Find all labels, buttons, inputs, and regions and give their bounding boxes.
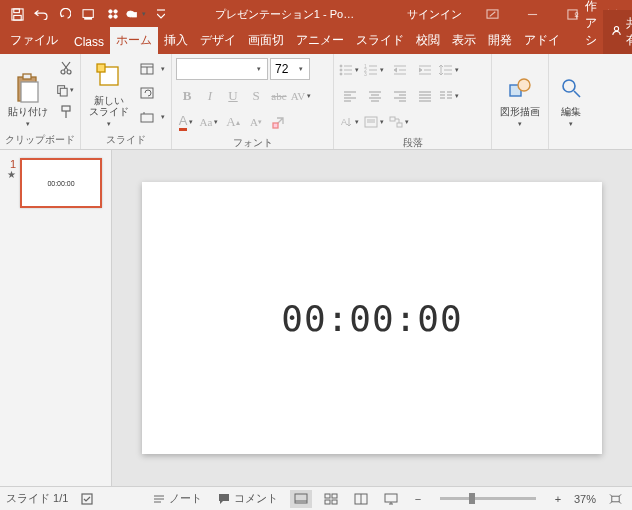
numbering-button[interactable]: 123▾: [363, 59, 387, 81]
slide-counter[interactable]: スライド 1/1: [6, 491, 68, 506]
svg-rect-1: [13, 8, 19, 12]
text-direction-button[interactable]: A▾: [338, 111, 362, 133]
qat-customize-button[interactable]: [150, 0, 172, 28]
zoom-slider[interactable]: [440, 497, 536, 500]
svg-point-42: [340, 73, 342, 75]
tab-file[interactable]: ファイル: [0, 27, 68, 54]
font-size-select[interactable]: 72▾: [270, 58, 310, 80]
bullets-button[interactable]: ▾: [338, 59, 362, 81]
align-right-button[interactable]: [388, 85, 412, 107]
group-paragraph: ▾ 123▾ ▾ ▾ A▾ ▾ ▾ 段落: [334, 54, 492, 149]
slides-mini-buttons: ▾ ▾: [133, 56, 167, 128]
format-painter-button[interactable]: [56, 102, 76, 122]
ribbon-display-options-button[interactable]: [472, 0, 512, 28]
undo-button[interactable]: [30, 0, 52, 28]
font-name-select[interactable]: ▾: [176, 58, 268, 80]
new-slide-button[interactable]: 新しい スライド ▾: [85, 56, 133, 130]
tab-class[interactable]: Class: [68, 30, 110, 54]
clipboard-icon: [14, 72, 42, 104]
zoom-level[interactable]: 37%: [574, 493, 596, 505]
decrease-indent-button[interactable]: [388, 59, 412, 81]
align-text-button[interactable]: ▾: [363, 111, 387, 133]
tab-insert[interactable]: 挿入: [158, 27, 194, 54]
slide[interactable]: 00:00:00: [142, 182, 602, 454]
share-button[interactable]: 共有: [603, 10, 632, 54]
tell-me-search[interactable]: ♀ 操作アシ: [566, 0, 603, 54]
tab-addins[interactable]: アドイ: [518, 27, 566, 54]
slide-content-text[interactable]: 00:00:00: [281, 298, 462, 339]
svg-point-5: [109, 10, 112, 13]
redo-button[interactable]: [54, 0, 76, 28]
animation-indicator-icon[interactable]: ★: [6, 170, 16, 180]
zoom-in-button[interactable]: +: [550, 493, 566, 505]
align-left-button[interactable]: [338, 85, 362, 107]
svg-point-7: [109, 15, 112, 18]
increase-font-button[interactable]: A▴: [222, 111, 244, 133]
zoom-slider-handle[interactable]: [469, 493, 475, 504]
tab-transitions[interactable]: 画面切: [242, 27, 290, 54]
reset-button[interactable]: [137, 83, 157, 103]
comments-button[interactable]: コメント: [214, 491, 282, 506]
tab-animations[interactable]: アニメー: [290, 27, 350, 54]
fit-to-window-button[interactable]: [604, 490, 626, 508]
layout-button[interactable]: [137, 59, 157, 79]
group-drawing: 図形描画 ▾: [492, 54, 549, 149]
slide-canvas-area[interactable]: 00:00:00: [112, 150, 632, 486]
work-area: 1 ★ 00:00:00 00:00:00: [0, 150, 632, 486]
spellcheck-status[interactable]: [76, 492, 98, 506]
editing-button[interactable]: 編集 ▾: [553, 56, 589, 130]
copy-button[interactable]: ▾: [56, 80, 76, 100]
notes-button[interactable]: ノート: [149, 491, 206, 506]
svg-rect-2: [13, 15, 20, 20]
slideshow-view-button[interactable]: [380, 490, 402, 508]
clear-formatting-button[interactable]: [268, 111, 290, 133]
character-spacing-button[interactable]: AV▾: [291, 85, 313, 107]
tab-slideshow[interactable]: スライド: [350, 27, 410, 54]
bold-button[interactable]: B: [176, 85, 198, 107]
strikethrough-button[interactable]: abc: [268, 85, 290, 107]
slide-thumbnail-1[interactable]: 00:00:00: [20, 158, 102, 208]
paste-button[interactable]: 貼り付け ▾: [4, 56, 52, 130]
svg-rect-100: [332, 494, 337, 498]
minimize-button[interactable]: [512, 0, 552, 28]
svg-point-8: [114, 15, 117, 18]
tab-view[interactable]: 表示: [446, 27, 482, 54]
smartart-convert-button[interactable]: ▾: [388, 111, 412, 133]
underline-button[interactable]: U: [222, 85, 244, 107]
cut-button[interactable]: [56, 58, 76, 78]
svg-rect-19: [23, 74, 31, 79]
columns-button[interactable]: ▾: [438, 85, 462, 107]
zoom-out-button[interactable]: −: [410, 493, 426, 505]
svg-rect-26: [60, 88, 67, 96]
clipboard-mini-buttons: ▾: [52, 56, 76, 122]
shape-insert-button[interactable]: ▾: [126, 0, 148, 28]
increase-indent-button[interactable]: [413, 59, 437, 81]
drawing-button[interactable]: 図形描画 ▾: [496, 56, 544, 130]
italic-button[interactable]: I: [199, 85, 221, 107]
start-from-beginning-button[interactable]: [78, 0, 100, 28]
change-case-button[interactable]: Aa▾: [199, 111, 221, 133]
decrease-font-button[interactable]: A▾: [245, 111, 267, 133]
group-label-slides: スライド: [85, 131, 167, 149]
tab-review[interactable]: 校閲: [410, 27, 446, 54]
svg-rect-105: [385, 494, 397, 502]
line-spacing-button[interactable]: ▾: [438, 59, 462, 81]
section-button[interactable]: [137, 107, 157, 127]
chevron-down-icon: ▾: [24, 120, 32, 128]
save-button[interactable]: [6, 0, 28, 28]
reading-view-button[interactable]: [350, 490, 372, 508]
tab-developer[interactable]: 開発: [482, 27, 518, 54]
font-color-button[interactable]: A▾: [176, 111, 198, 133]
group-editing: 編集 ▾: [549, 54, 593, 149]
shadow-button[interactable]: S: [245, 85, 267, 107]
justify-button[interactable]: [413, 85, 437, 107]
tab-design[interactable]: デザイ: [194, 27, 242, 54]
svg-rect-27: [62, 106, 70, 111]
tab-home[interactable]: ホーム: [110, 27, 158, 54]
align-center-button[interactable]: [363, 85, 387, 107]
slide-sorter-view-button[interactable]: [320, 490, 342, 508]
sign-in-button[interactable]: サインイン: [397, 7, 472, 22]
normal-view-button[interactable]: [290, 490, 312, 508]
slide-thumbnail-pane[interactable]: 1 ★ 00:00:00: [0, 150, 112, 486]
addin-button[interactable]: [102, 0, 124, 28]
